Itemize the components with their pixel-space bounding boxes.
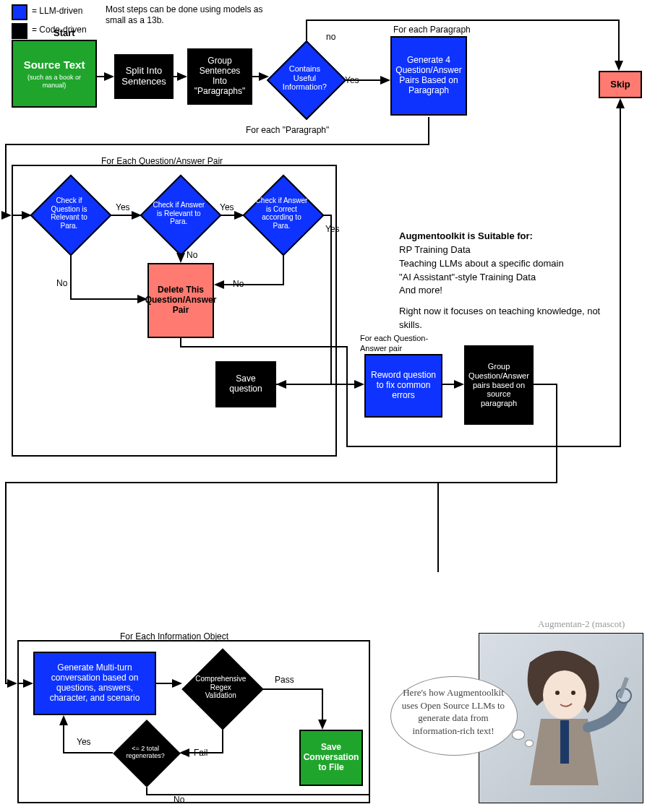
label-pass: Pass bbox=[275, 675, 294, 686]
svg-rect-4 bbox=[560, 720, 569, 764]
label-yes-correct: Yes bbox=[325, 224, 340, 235]
label-fail: Fail bbox=[194, 748, 207, 759]
bubble-tail-2 bbox=[525, 740, 534, 747]
svg-point-2 bbox=[555, 691, 560, 695]
node-save-conversation: Save Conversation to File bbox=[299, 730, 363, 786]
info-title: Augmentoolkit is Suitable for: bbox=[399, 230, 602, 243]
source-text-title: Source Text bbox=[24, 59, 85, 71]
node-reword: Reword question to fix common errors bbox=[364, 354, 442, 418]
label-for-each-paragraph-top: For each Paragraph bbox=[393, 25, 471, 35]
bubble-text: Here's how Augmentoolkit uses Open Sourc… bbox=[399, 686, 508, 737]
node-group-paragraphs: Group Sentences Into "Paragraphs" bbox=[187, 48, 252, 105]
label-for-each-paragraph: For each "Paragraph" bbox=[246, 125, 329, 136]
legend-swatch-code bbox=[12, 23, 27, 39]
label-no-c: No bbox=[233, 279, 244, 290]
info-line-3: And more! bbox=[399, 284, 602, 298]
info-gap bbox=[399, 298, 602, 305]
node-contains-useful: Contains Useful Information? bbox=[267, 40, 346, 120]
label-yes-a: Yes bbox=[220, 202, 234, 213]
region-qa-title: For Each Question/Answer Pair bbox=[101, 156, 223, 167]
start-label: Start bbox=[53, 27, 75, 39]
node-split-sentences: Split Into Sentences bbox=[114, 54, 174, 99]
node-group-by-source: Group Question/Answer pairs based on sou… bbox=[464, 345, 534, 425]
note-model-size: Most steps can be done using models as s… bbox=[106, 4, 279, 26]
svg-point-3 bbox=[571, 691, 575, 695]
mascot-caption: Augmentan-2 (mascot) bbox=[538, 618, 625, 630]
node-save-question: Save question bbox=[215, 361, 276, 407]
svg-point-1 bbox=[543, 670, 586, 720]
label-no-a: No bbox=[187, 250, 197, 261]
node-delete-pair: Delete This Question/Answer Pair bbox=[147, 263, 214, 338]
source-text-sub: (such as a book or manual) bbox=[18, 74, 90, 89]
label-yes-1: Yes bbox=[345, 75, 359, 86]
info-line-1: Teaching LLMs about a specific domain bbox=[399, 257, 602, 271]
info-line-5: Right now it focuses on teaching knowled… bbox=[399, 305, 602, 332]
info-block: Augmentoolkit is Suitable for: RP Traini… bbox=[399, 230, 602, 332]
bubble-tail-1 bbox=[512, 730, 525, 740]
label-yes-q: Yes bbox=[116, 202, 130, 213]
node-gen-multiturn: Generate Multi-turn conversation based o… bbox=[33, 652, 156, 715]
label-yes-regen: Yes bbox=[77, 737, 91, 748]
info-line-2: "AI Assistant"-style Training Data bbox=[399, 271, 602, 285]
label-for-each-qa-pair: For each Question-Answer pair bbox=[360, 334, 454, 354]
node-skip: Skip bbox=[599, 71, 642, 98]
legend-label-llm: = LLM-driven bbox=[32, 6, 82, 17]
info-line-0: RP Training Data bbox=[399, 243, 602, 257]
flowchart-canvas: = LLM-driven = Code-driven Most steps ca… bbox=[0, 0, 655, 812]
legend-swatch-llm bbox=[12, 4, 27, 20]
label-no-q: No bbox=[56, 278, 67, 289]
node-generate-4-qa: Generate 4 Question/Answer Pairs Based o… bbox=[390, 36, 467, 116]
node-source-text: Source Text (such as a book or manual) bbox=[12, 40, 97, 108]
label-no-regen: No bbox=[174, 795, 184, 805]
region-info-title: For Each Information Object bbox=[120, 631, 228, 642]
label-no-1: no bbox=[326, 32, 335, 43]
